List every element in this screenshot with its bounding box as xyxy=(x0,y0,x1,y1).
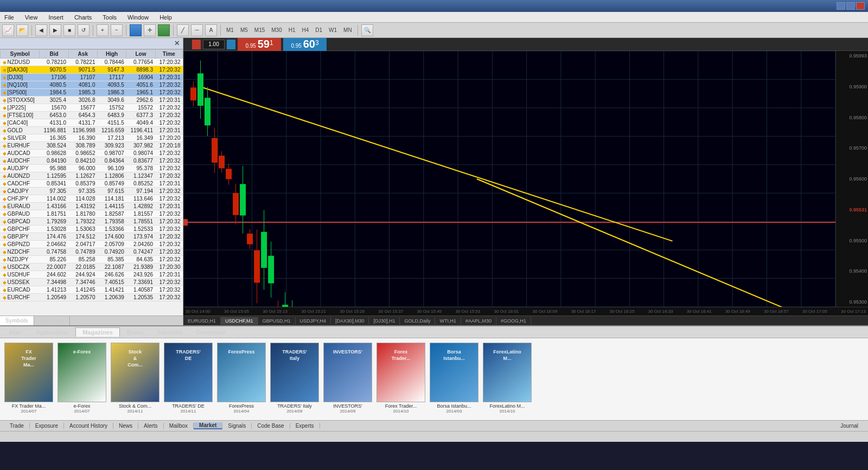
menu-window[interactable]: Window xyxy=(125,13,151,22)
magazine-item-4[interactable]: ForexPress2014/04 xyxy=(217,343,266,414)
table-row[interactable]: ◆NZDJPY85.22685.25885.38584.63517:20:32 xyxy=(1,256,183,263)
text-tool-button[interactable]: A xyxy=(205,24,217,36)
table-row[interactable]: ◆[DAX30]9070.59071.59147.38898.317:20:32 xyxy=(1,66,183,74)
mw-tab-tick[interactable]: Tick Chart xyxy=(34,316,70,325)
chart-tab-gold[interactable]: GOLD,Daily xyxy=(400,317,435,325)
table-row[interactable]: ◆NZDUSD0.782100.782210.784460.7765417:20… xyxy=(1,59,183,66)
tf-h1[interactable]: H1 xyxy=(289,27,296,33)
line-tool-button[interactable]: ╱ xyxy=(177,24,189,36)
search-button[interactable]: 🔍 xyxy=(361,24,373,36)
back-button[interactable]: ◀ xyxy=(35,24,47,36)
table-row[interactable]: ◆SILVER16.36516.39017.21316.34917:20:20 xyxy=(1,134,183,142)
forward-button[interactable]: ▶ xyxy=(49,24,61,36)
table-row[interactable]: ◆GBPCHF1.530281.530631.533661.5253317:20… xyxy=(1,226,183,233)
hline-tool-button[interactable]: ─ xyxy=(191,24,203,36)
tf-mn[interactable]: MN xyxy=(343,27,352,33)
maximize-button[interactable] xyxy=(846,2,855,10)
lot-input[interactable] xyxy=(203,40,225,49)
menu-view[interactable]: View xyxy=(23,13,40,22)
magazine-item-1[interactable]: e-Forex2014/07 xyxy=(58,343,106,414)
menu-charts[interactable]: Charts xyxy=(72,13,94,22)
table-row[interactable]: ◆GBPAUD1.817511.817801.825871.8155717:20… xyxy=(1,210,183,218)
table-row[interactable]: ◆[DJ30]1710617107171171690417:20:31 xyxy=(1,74,183,81)
table-row[interactable]: ◆USDSEK7.344987.347467.405157.3369117:20… xyxy=(1,279,183,286)
table-row[interactable]: ◆EURCHF1.205491.205701.206391.2053517:20… xyxy=(1,294,183,301)
tf-m30[interactable]: M30 xyxy=(271,27,282,33)
table-row[interactable]: ◆GBPJPY174.476174.512174.600173.97417:20… xyxy=(1,233,183,241)
statusbar-experts[interactable]: Experts xyxy=(290,423,320,429)
chart-tab-goog[interactable]: #GOOG,H1 xyxy=(496,317,531,325)
auto-trading-button[interactable] xyxy=(158,24,170,36)
tab-favorites[interactable]: Favorites xyxy=(150,327,189,337)
table-row[interactable]: ◆GBPCAD1.792691.793221.793581.7855117:20… xyxy=(1,218,183,226)
tab-main[interactable]: Main xyxy=(2,327,29,337)
chart-tab-usdjpy[interactable]: USDJPY,H4 xyxy=(296,317,331,325)
register-link[interactable] xyxy=(840,331,853,333)
menu-tools[interactable]: Tools xyxy=(100,13,119,22)
table-row[interactable]: ◆[STOXX50]3025.43026.83049.62962.617:20:… xyxy=(1,96,183,104)
minimize-button[interactable] xyxy=(837,2,845,10)
mw-tab-symbols[interactable]: Symbols xyxy=(0,316,34,325)
tf-m15[interactable]: M15 xyxy=(254,27,265,33)
new-order-button[interactable] xyxy=(130,24,142,36)
statusbar-mailbox[interactable]: Mailbox xyxy=(164,423,194,429)
table-row[interactable]: ◆AUDCHF0.841900.842100.843640.8367717:20… xyxy=(1,157,183,165)
table-row[interactable]: ◆[CAC40]4131.04131.74151.54049.417:20:32 xyxy=(1,119,183,127)
menu-help[interactable]: Help xyxy=(157,13,174,22)
table-row[interactable]: ◆EURHUF308.524308.789309.923307.98217:20… xyxy=(1,142,183,150)
table-row[interactable]: ◆USDCZK22.000722.018522.108721.938917:20… xyxy=(1,263,183,271)
magazine-item-6[interactable]: INVESTORS'2014/09 xyxy=(323,343,372,414)
refresh-button[interactable]: ↺ xyxy=(78,24,90,36)
close-button[interactable] xyxy=(856,2,865,10)
table-row[interactable]: ◆EURCAD1.412131.412451.414211.4058717:20… xyxy=(1,286,183,294)
statusbar-news[interactable]: News xyxy=(113,423,138,429)
tab-downloads[interactable]: Downloads xyxy=(189,327,233,337)
buy-button[interactable] xyxy=(227,40,235,49)
statusbar-codebase[interactable]: Code Base xyxy=(252,423,290,429)
tab-applications[interactable]: Applications xyxy=(29,327,75,337)
magazine-item-8[interactable]: Borsa Istanbu...2014/03 xyxy=(430,343,478,414)
zoom-out-button[interactable]: − xyxy=(111,24,123,36)
zoom-in-button[interactable]: + xyxy=(97,24,108,36)
tab-magazines[interactable]: Magazines xyxy=(75,327,120,337)
crosshair-button[interactable]: ✛ xyxy=(144,24,156,36)
magazine-item-7[interactable]: Forex Trader...2014/10 xyxy=(376,343,425,414)
table-row[interactable]: ◆[NQ100]4080.54081.04093.54051.617:20:32 xyxy=(1,81,183,89)
magazine-item-0[interactable]: FX Trader Ma...2014/07 xyxy=(4,343,53,414)
chart-tab-gbpusd[interactable]: GBPUSD,H1 xyxy=(258,317,296,325)
statusbar-exposure[interactable]: Exposure xyxy=(30,423,64,429)
statusbar-signals[interactable]: Signals xyxy=(222,423,252,429)
chart-canvas[interactable] xyxy=(183,51,835,307)
chart-tab-dj30[interactable]: [DJ30],H1 xyxy=(369,317,400,325)
magazine-item-2[interactable]: Stock & Com...2014/11 xyxy=(111,343,159,414)
chart-tab-eurusd[interactable]: EURUSD,H1 xyxy=(183,317,221,325)
table-row[interactable]: ◆USDHUF244.602244.924246.626243.92617:20… xyxy=(1,271,183,279)
table-row[interactable]: ◆AUDCAD0.986280.986520.987070.9807417:20… xyxy=(1,150,183,157)
table-row[interactable]: ◆GBPNZD2.046622.047172.057092.0426017:20… xyxy=(1,241,183,248)
tab-books[interactable]: Books xyxy=(120,327,151,337)
magazine-item-5[interactable]: TRADERS' Italy2014/09 xyxy=(270,343,319,414)
statusbar-journal[interactable]: Journal xyxy=(835,423,864,429)
table-row[interactable]: ◆AUDJPY95.98896.00096.10995.37817:20:32 xyxy=(1,165,183,172)
table-row[interactable]: ◆CADJPY97.30597.33597.61597.19417:20:32 xyxy=(1,188,183,195)
stop-button[interactable]: ■ xyxy=(63,24,75,36)
filter-all[interactable] xyxy=(853,331,866,333)
chart-tab-aapl[interactable]: #AAPL,M30 xyxy=(461,317,496,325)
menu-insert[interactable]: Insert xyxy=(46,13,66,22)
table-row[interactable]: ◆EURAUD1.431661.431921.441151.4289217:20… xyxy=(1,203,183,210)
statusbar-market[interactable]: Market xyxy=(194,422,222,429)
new-chart-button[interactable]: 📈 xyxy=(2,24,14,36)
tf-m5[interactable]: M5 xyxy=(240,27,248,33)
chart-tab-dax30[interactable]: [DAX30],M30 xyxy=(331,317,369,325)
table-row[interactable]: ◆[SP500]1984.51985.31986.31965.117:20:32 xyxy=(1,89,183,96)
table-row[interactable]: ◆NZDCHF0.747580.747890.749200.7424717:20… xyxy=(1,248,183,256)
statusbar-trade[interactable]: Trade xyxy=(4,423,30,429)
statusbar-alerts[interactable]: Alerts xyxy=(138,423,164,429)
table-row[interactable]: ◆AUDNZD1.125951.126271.128061.1234717:20… xyxy=(1,172,183,180)
table-row[interactable]: ◆CHFJPY114.002114.028114.181113.64617:20… xyxy=(1,195,183,203)
market-watch-close[interactable]: ✕ xyxy=(174,40,180,47)
tf-d1[interactable]: D1 xyxy=(315,27,322,33)
sell-button[interactable] xyxy=(192,40,201,49)
table-row[interactable]: ◆[FTSE100]6453.06454.36483.96377.317:20:… xyxy=(1,112,183,119)
open-button[interactable]: 📂 xyxy=(16,24,28,36)
